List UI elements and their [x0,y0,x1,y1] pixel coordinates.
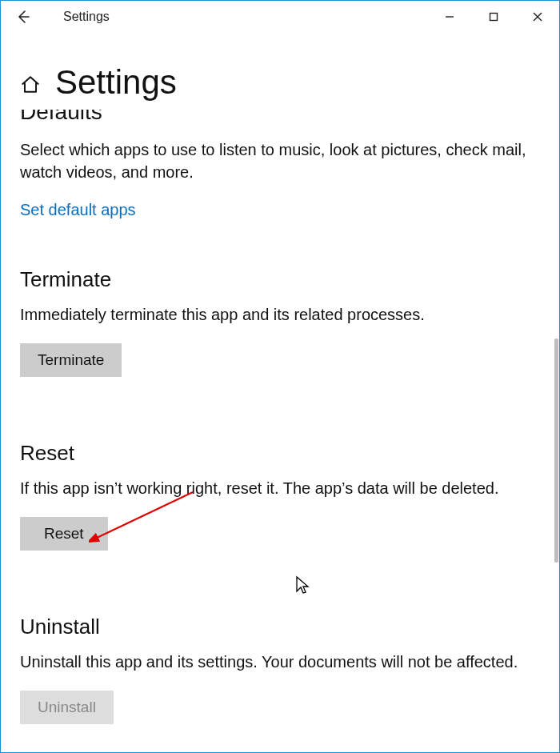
reset-button[interactable]: Reset [20,517,108,551]
close-button[interactable] [515,1,559,33]
defaults-heading-cutoff: Defaults [20,110,540,124]
uninstall-button[interactable]: Uninstall [20,691,114,724]
scrollbar-thumb[interactable] [554,338,558,563]
content-area: Defaults Select which apps to use to lis… [1,110,559,724]
reset-description: If this app isn’t working right, reset i… [20,477,532,499]
close-icon [533,12,542,22]
uninstall-description: Uninstall this app and its settings. You… [20,651,532,673]
svg-rect-1 [490,14,497,21]
reset-heading: Reset [20,441,540,466]
defaults-description: Select which apps to use to listen to mu… [20,138,532,183]
page-header: Settings [1,33,559,108]
maximize-icon [489,12,498,22]
terminate-description: Immediately terminate this app and its r… [20,303,532,326]
title-bar: Settings [1,1,559,33]
home-icon[interactable] [20,74,41,98]
page-title: Settings [55,63,177,102]
maximize-button[interactable] [471,1,515,33]
set-default-apps-link[interactable]: Set default apps [20,201,136,219]
uninstall-heading: Uninstall [20,615,540,639]
minimize-button[interactable] [427,1,471,33]
back-arrow-icon [15,9,31,25]
window-title: Settings [63,10,110,24]
terminate-button[interactable]: Terminate [20,343,122,377]
minimize-icon [445,12,454,22]
back-button[interactable] [7,1,39,33]
terminate-heading: Terminate [20,267,540,292]
